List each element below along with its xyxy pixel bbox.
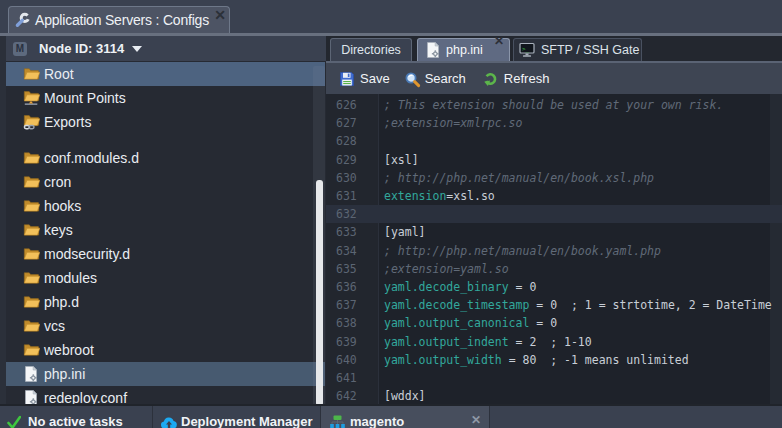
- toolbar-button-label: Search: [425, 71, 466, 86]
- close-icon[interactable]: ✕: [494, 35, 504, 47]
- editor-tab-label: php.ini: [446, 43, 483, 57]
- sidebar: M Node ID: 3114 RootMount PointsExportsc…: [6, 36, 326, 428]
- close-icon[interactable]: ✕: [471, 413, 481, 427]
- file-config-icon: [23, 366, 39, 382]
- line-content: extension=xsl.so: [378, 189, 782, 203]
- editor-toolbar: SaveSearchRefresh: [326, 63, 782, 94]
- tree-item-label: hooks: [44, 198, 81, 214]
- tree-item-cron[interactable]: cron: [6, 170, 325, 194]
- chevron-down-icon: [132, 46, 142, 52]
- line-content: ; This extension should be used at your …: [378, 98, 782, 112]
- tree-scrollbar-track[interactable]: [313, 66, 325, 428]
- tree-item-php-ini[interactable]: php.ini: [6, 362, 325, 386]
- tree-item-label: modsecurity.d: [44, 246, 130, 262]
- terminal-icon: >_: [519, 42, 535, 58]
- line-content: yaml.output_indent = 2 ; 1-10: [378, 335, 782, 349]
- tree-item-exports[interactable]: Exports: [6, 110, 325, 134]
- code-line-627[interactable]: 627;extension=xmlrpc.so: [326, 114, 782, 132]
- window-tab-app-servers-configs[interactable]: Application Servers : Configs ✕: [8, 6, 230, 33]
- editor-tabbar: Directoriesphp.ini✕>_SFTP / SSH Gate: [326, 36, 782, 61]
- line-number: 632: [326, 207, 378, 221]
- code-line-626[interactable]: 626; This extension should be used at yo…: [326, 96, 782, 114]
- line-number: 640: [326, 353, 378, 367]
- editor-tab-sftp[interactable]: >_SFTP / SSH Gate: [513, 38, 642, 61]
- editor-tab-phpini[interactable]: php.ini✕: [417, 38, 510, 61]
- editor-tab-label: Directories: [341, 43, 401, 57]
- folder-open-icon: [23, 150, 39, 166]
- tree-item-label: conf.modules.d: [44, 150, 139, 166]
- check-icon: [7, 414, 24, 428]
- line-content: ;extension=xmlrpc.so: [378, 116, 782, 130]
- folder-open-icon: [23, 318, 39, 334]
- tree-item-webroot[interactable]: webroot: [6, 338, 325, 362]
- code-line-641[interactable]: 641: [326, 369, 782, 387]
- save-button[interactable]: Save: [339, 71, 390, 87]
- code-line-632[interactable]: 632: [326, 205, 782, 223]
- status-label: No active tasks: [28, 414, 123, 428]
- folder-open-icon: [23, 198, 39, 214]
- environment-icon: [329, 414, 346, 428]
- code-editor[interactable]: 626; This extension should be used at yo…: [326, 94, 782, 428]
- tree-item-label: vcs: [44, 318, 65, 334]
- tree-item-php-d[interactable]: php.d: [6, 290, 325, 314]
- tree-group-gap: [6, 134, 326, 146]
- tree-item-label: Mount Points: [44, 90, 126, 106]
- code-line-630[interactable]: 630; http://php.net/manual/en/book.xsl.p…: [326, 169, 782, 187]
- line-number: 639: [326, 335, 378, 349]
- search-button[interactable]: Search: [404, 71, 466, 87]
- line-number: 626: [326, 98, 378, 112]
- code-line-636[interactable]: 636yaml.decode_binary = 0: [326, 278, 782, 296]
- titlebar: Application Servers : Configs ✕: [0, 0, 782, 36]
- taskbar-item-deployment-manager[interactable]: Deployment Manager: [153, 406, 320, 428]
- tree-scrollbar-thumb[interactable]: [316, 180, 323, 406]
- code-line-642[interactable]: 642[wddx]: [326, 387, 782, 405]
- folder-open-icon: [23, 174, 39, 190]
- line-number: 627: [326, 116, 378, 130]
- node-selector[interactable]: M Node ID: 3114: [6, 36, 326, 61]
- tree-item-label: Root: [44, 66, 74, 82]
- folder-open-icon: [23, 222, 39, 238]
- tree-item-vcs[interactable]: vcs: [6, 314, 325, 338]
- code-line-634[interactable]: 634; http://php.net/manual/en/book.yaml.…: [326, 242, 782, 260]
- editor-tab-directories[interactable]: Directories: [330, 38, 412, 61]
- taskbar-item-label: magento: [350, 414, 404, 428]
- tree-item-label: php.d: [44, 294, 79, 310]
- code-line-633[interactable]: 633[yaml]: [326, 223, 782, 241]
- line-number: 631: [326, 189, 378, 203]
- code-line-637[interactable]: 637yaml.decode_timestamp = 0 ; 1 = strto…: [326, 296, 782, 314]
- code-line-640[interactable]: 640yaml.output_width = 80 ; -1 means unl…: [326, 351, 782, 369]
- line-content: yaml.decode_binary = 0: [378, 280, 782, 294]
- code-line-629[interactable]: 629[xsl]: [326, 151, 782, 169]
- line-number: 635: [326, 262, 378, 276]
- tree-item-modules[interactable]: modules: [6, 266, 325, 290]
- code-line-628[interactable]: 628: [326, 132, 782, 150]
- folder-mount-icon: [23, 90, 39, 106]
- code-line-631[interactable]: 631extension=xsl.so: [326, 187, 782, 205]
- line-content: [xsl]: [378, 153, 782, 167]
- taskbar-item-magento[interactable]: magento ✕: [320, 406, 490, 428]
- line-content: [wddx]: [378, 389, 782, 403]
- file-tree: RootMount PointsExportsconf.modules.dcro…: [6, 62, 326, 428]
- refresh-button[interactable]: Refresh: [483, 71, 550, 87]
- tree-item-root[interactable]: Root: [6, 62, 325, 86]
- folder-exports-icon: [23, 114, 39, 130]
- folder-open-icon: [23, 342, 39, 358]
- line-number: 634: [326, 244, 378, 258]
- toolbar-button-label: Save: [360, 71, 390, 86]
- save-icon: [339, 71, 355, 87]
- code-line-638[interactable]: 638yaml.output_canonical = 0: [326, 314, 782, 332]
- node-type-badge: M: [13, 42, 27, 56]
- tree-item-hooks[interactable]: hooks: [6, 194, 325, 218]
- tree-item-mount-points[interactable]: Mount Points: [6, 86, 325, 110]
- close-icon[interactable]: ✕: [214, 8, 226, 22]
- code-line-635[interactable]: 635;extension=yaml.so: [326, 260, 782, 278]
- folder-open-icon: [23, 270, 39, 286]
- tree-item-conf-modules-d[interactable]: conf.modules.d: [6, 146, 325, 170]
- tree-item-modsecurity-d[interactable]: modsecurity.d: [6, 242, 325, 266]
- taskbar: No active tasks Deployment Manager: [0, 406, 782, 428]
- code-line-639[interactable]: 639yaml.output_indent = 2 ; 1-10: [326, 332, 782, 350]
- tree-item-label: Exports: [44, 114, 91, 130]
- tree-item-label: keys: [44, 222, 73, 238]
- line-number: 638: [326, 316, 378, 330]
- tree-item-keys[interactable]: keys: [6, 218, 325, 242]
